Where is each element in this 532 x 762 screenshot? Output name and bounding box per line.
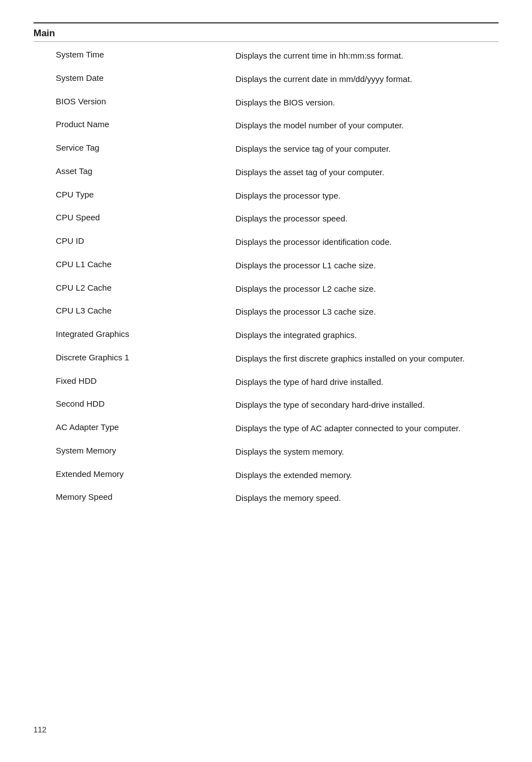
setting-description: Displays the processor L3 cache size.: [229, 300, 499, 324]
setting-description: Displays the system memory.: [229, 440, 499, 464]
table-row: CPU IDDisplays the processor identificat…: [33, 230, 499, 254]
setting-label: CPU L1 Cache: [33, 254, 229, 277]
table-row: CPU L3 CacheDisplays the processor L3 ca…: [33, 300, 499, 324]
setting-description: Displays the type of secondary hard-driv…: [229, 393, 499, 417]
table-row: Memory SpeedDisplays the memory speed.: [33, 486, 499, 510]
setting-description: Displays the integrated graphics.: [229, 324, 499, 347]
table-row: Asset TagDisplays the asset tag of your …: [33, 161, 499, 184]
setting-label: CPU L2 Cache: [33, 277, 229, 301]
settings-table: System TimeDisplays the current time in …: [33, 44, 499, 510]
setting-label: Second HDD: [33, 393, 229, 417]
setting-description: Displays the asset tag of your computer.: [229, 161, 499, 184]
table-row: Fixed HDDDisplays the type of hard drive…: [33, 370, 499, 394]
table-row: Extended MemoryDisplays the extended mem…: [33, 464, 499, 487]
table-row: System MemoryDisplays the system memory.: [33, 440, 499, 464]
setting-label: Discrete Graphics 1: [33, 347, 229, 370]
setting-label: AC Adapter Type: [33, 417, 229, 440]
setting-label: Extended Memory: [33, 464, 229, 487]
setting-label: CPU ID: [33, 230, 229, 254]
table-row: CPU L2 CacheDisplays the processor L2 ca…: [33, 277, 499, 301]
setting-description: Displays the extended memory.: [229, 464, 499, 487]
table-row: System DateDisplays the current date in …: [33, 67, 499, 91]
table-row: BIOS VersionDisplays the BIOS version.: [33, 91, 499, 114]
setting-description: Displays the processor identification co…: [229, 230, 499, 254]
setting-label: System Date: [33, 67, 229, 91]
section-title: Main: [33, 28, 499, 39]
page-container: Main System TimeDisplays the current tim…: [33, 22, 499, 510]
table-row: AC Adapter TypeDisplays the type of AC a…: [33, 417, 499, 440]
table-row: CPU SpeedDisplays the processor speed.: [33, 207, 499, 230]
setting-description: Displays the memory speed.: [229, 486, 499, 510]
setting-description: Displays the BIOS version.: [229, 91, 499, 114]
setting-label: CPU L3 Cache: [33, 300, 229, 324]
setting-description: Displays the current date in mm/dd/yyyy …: [229, 67, 499, 91]
setting-description: Displays the type of hard drive installe…: [229, 370, 499, 394]
setting-description: Displays the processor L1 cache size.: [229, 254, 499, 277]
setting-description: Displays the current time in hh:mm:ss fo…: [229, 44, 499, 67]
setting-label: CPU Type: [33, 184, 229, 208]
setting-description: Displays the service tag of your compute…: [229, 137, 499, 161]
setting-label: System Memory: [33, 440, 229, 464]
setting-description: Displays the model number of your comput…: [229, 114, 499, 137]
setting-label: CPU Speed: [33, 207, 229, 230]
table-row: Second HDDDisplays the type of secondary…: [33, 393, 499, 417]
setting-label: System Time: [33, 44, 229, 67]
setting-description: Displays the type of AC adapter connecte…: [229, 417, 499, 440]
setting-description: Displays the first discrete graphics ins…: [229, 347, 499, 370]
setting-description: Displays the processor L2 cache size.: [229, 277, 499, 301]
table-row: System TimeDisplays the current time in …: [33, 44, 499, 67]
table-row: CPU L1 CacheDisplays the processor L1 ca…: [33, 254, 499, 277]
table-row: Discrete Graphics 1Displays the first di…: [33, 347, 499, 370]
setting-label: Fixed HDD: [33, 370, 229, 394]
setting-label: Service Tag: [33, 137, 229, 161]
setting-label: BIOS Version: [33, 91, 229, 114]
table-row: Integrated GraphicsDisplays the integrat…: [33, 324, 499, 347]
setting-label: Integrated Graphics: [33, 324, 229, 347]
setting-label: Product Name: [33, 114, 229, 137]
section-header: Main: [33, 22, 499, 42]
table-row: Service TagDisplays the service tag of y…: [33, 137, 499, 161]
setting-description: Displays the processor speed.: [229, 207, 499, 230]
setting-label: Asset Tag: [33, 161, 229, 184]
setting-label: Memory Speed: [33, 486, 229, 510]
section-divider: [33, 41, 499, 42]
setting-description: Displays the processor type.: [229, 184, 499, 208]
table-row: Product NameDisplays the model number of…: [33, 114, 499, 137]
table-row: CPU TypeDisplays the processor type.: [33, 184, 499, 208]
page-number: 112: [33, 725, 46, 734]
